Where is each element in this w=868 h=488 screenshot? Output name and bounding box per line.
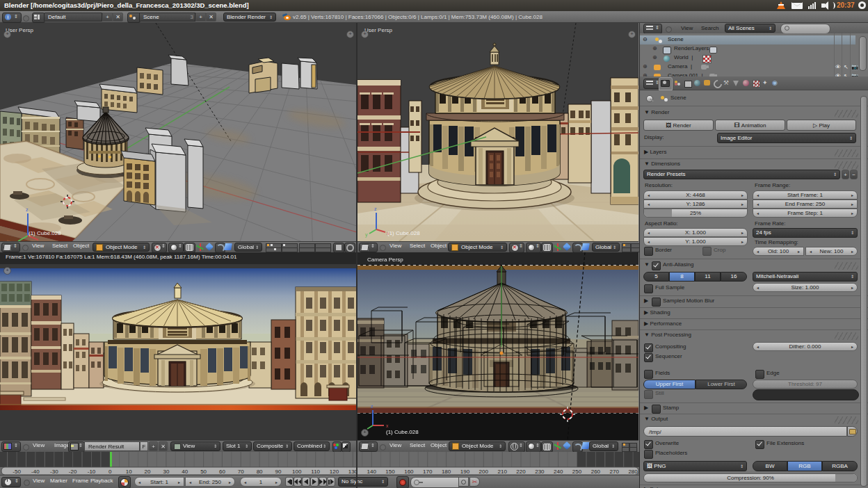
svg-text:140: 140 [367,469,377,475]
svg-text:180: 180 [442,469,451,475]
svg-text:(1) Cube.028: (1) Cube.028 [387,230,420,236]
svg-text:(1) Cube.028: (1) Cube.028 [29,230,61,236]
svg-text:0: 0 [108,469,112,475]
svg-text:120: 120 [330,469,339,475]
svg-text:-50: -50 [13,469,21,475]
svg-text:-40: -40 [31,469,40,475]
svg-text:30: 30 [163,469,169,475]
svg-text:90: 90 [275,469,282,475]
svg-text:250: 250 [572,469,582,475]
svg-text:Camera Persp: Camera Persp [367,257,403,263]
svg-text:230: 230 [535,469,545,475]
svg-text:70: 70 [238,469,244,475]
svg-text:200: 200 [479,469,489,475]
svg-text:150: 150 [385,469,395,475]
svg-text:190: 190 [460,469,470,475]
svg-text:-20: -20 [69,469,77,475]
svg-text:-30: -30 [50,469,58,475]
svg-text:280: 280 [628,469,638,475]
svg-text:60: 60 [219,469,225,475]
svg-text:160: 160 [404,469,414,475]
svg-text:170: 170 [423,469,433,475]
svg-text:210: 210 [498,469,508,475]
svg-text:80: 80 [257,469,263,475]
svg-text:100: 100 [292,469,302,475]
svg-text:20: 20 [145,469,151,475]
svg-text:260: 260 [591,469,601,475]
svg-text:10: 10 [126,469,132,475]
svg-text:-10: -10 [88,469,96,475]
svg-text:220: 220 [516,469,526,475]
svg-text:z: z [26,207,29,212]
svg-text:40: 40 [182,469,188,475]
svg-text:x: x [386,423,389,428]
svg-text:z: z [374,206,377,211]
svg-text:50: 50 [200,469,207,475]
svg-text:270: 270 [610,469,620,475]
svg-text:y: y [365,232,368,238]
svg-text:110: 110 [311,469,320,475]
svg-text:240: 240 [554,469,563,475]
svg-text:(1) Cube.028: (1) Cube.028 [386,429,419,435]
svg-text:z: z [371,404,373,409]
svg-text:User Persp: User Persp [364,27,393,33]
